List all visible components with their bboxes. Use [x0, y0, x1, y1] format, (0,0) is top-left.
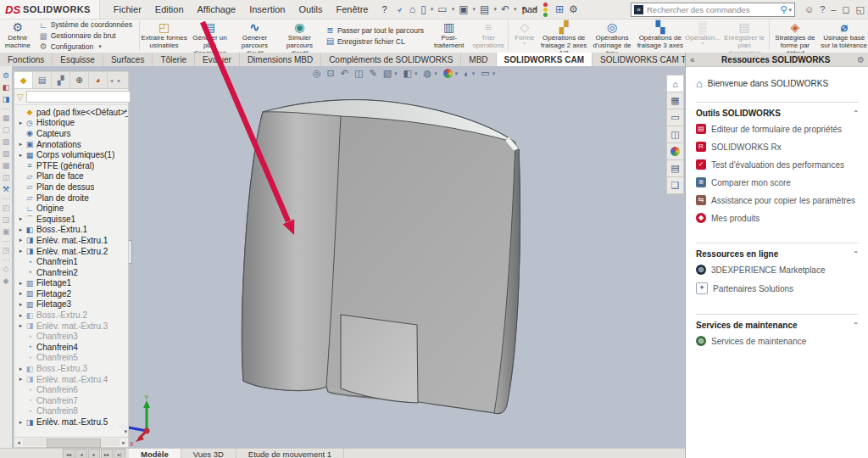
tab-scroll-left-icon[interactable]: ◂ — [108, 72, 115, 88]
coordinate-system-button[interactable]: Système de coordonnées — [38, 20, 136, 31]
expand-arrow-icon[interactable]: ▸ — [17, 366, 25, 372]
left-dock-icon[interactable]: ◇ — [3, 265, 9, 274]
tree-item[interactable]: Plan de droite — [14, 193, 128, 204]
expand-arrow-icon[interactable]: ▸ — [17, 226, 25, 233]
displaymanager-icon[interactable]: ◕ — [89, 72, 108, 88]
restore-icon[interactable]: ◱ — [856, 4, 865, 15]
expand-arrow-icon[interactable]: ▸ — [17, 301, 25, 308]
tree-item-suppressed[interactable]: ▸Enlèv. mat.-Extru.3 — [14, 321, 128, 332]
appearances-icon[interactable] — [666, 143, 684, 160]
task-pane-item[interactable]: ≋Comparer mon score — [696, 177, 859, 187]
tree-item-suppressed[interactable]: Chanfrein8 — [14, 406, 128, 417]
operation-button[interactable]: Opération... — [684, 19, 721, 53]
generate-operation-plan-button[interactable]: Générer un plan d'opération — [187, 19, 232, 53]
tree-item-suppressed[interactable]: ▸Boss.-Extru.2 — [14, 310, 128, 321]
pin-icon[interactable]: ➢ — [393, 3, 405, 15]
task-pane-item[interactable]: RSOLIDWORKS Rx — [696, 142, 859, 152]
tree-item[interactable]: ▸Boss.-Extru.1 — [14, 225, 128, 236]
menu-edition[interactable]: Edition — [148, 2, 191, 17]
design-library-icon[interactable]: ▦ — [666, 92, 684, 109]
tree-scroll-down-icon[interactable]: ▾ — [124, 428, 127, 435]
tree-item-suppressed[interactable]: Chanfrein5 — [14, 353, 128, 364]
left-dock-icon[interactable]: ◲ — [3, 215, 10, 225]
tree-horizontal-scrollbar[interactable]: ◂ ▸ — [14, 437, 128, 447]
view-orientation-icon[interactable]: ▧ — [383, 68, 392, 79]
tree-item[interactable]: ▸Filetage1 — [14, 278, 128, 289]
left-dock-icon[interactable]: ◧ — [3, 83, 10, 92]
configurationmanager-icon[interactable]: ▞ — [52, 72, 70, 88]
tree-item-suppressed[interactable]: Chanfrein6 — [14, 384, 128, 395]
new-document-icon[interactable]: ▯ — [419, 3, 428, 15]
display-style-icon[interactable]: ◧ — [403, 68, 412, 79]
tree-item[interactable]: PTFE (général) — [14, 160, 128, 171]
left-dock-icon[interactable]: ▧ — [3, 137, 10, 147]
expand-arrow-icon[interactable]: ▸ — [17, 120, 25, 126]
tolerance-based-machining-button[interactable]: Usinage basé sur la tolérance — [820, 19, 868, 53]
help-icon[interactable]: ? — [820, 4, 825, 14]
tree-item[interactable]: ▸Filetage3 — [14, 299, 128, 310]
task-pane-item[interactable]: ◍Services de maintenance — [696, 336, 859, 346]
expand-arrow-icon[interactable]: ▸ — [17, 290, 25, 297]
default-feature-strategies-button[interactable]: Stratégies de forme par défaut — [771, 19, 821, 53]
edit-appearance-icon[interactable] — [443, 69, 453, 78]
tree-item[interactable]: Chanfrein1 — [14, 256, 128, 267]
task-pane-item[interactable]: ⇆Assistance pour copier les paramètres — [696, 195, 859, 205]
tree-item[interactable]: Plan de face — [14, 171, 128, 182]
tree-item-suppressed[interactable]: Chanfrein3 — [14, 331, 128, 342]
left-dock-icon[interactable]: ◆ — [3, 276, 9, 286]
tree-item-suppressed[interactable]: Chanfrein7 — [14, 395, 128, 406]
menu-fichier[interactable]: Fichier — [107, 2, 148, 17]
maximize-icon[interactable]: ◻ — [842, 4, 849, 15]
custom-properties-icon[interactable]: ▤ — [666, 160, 684, 177]
tab-tolerie[interactable]: Tôlerie — [153, 53, 195, 66]
save-cl-file-button[interactable]: Enregistrer fichier CL — [325, 36, 426, 47]
tab-complements[interactable]: Compléments de SOLIDWORKS — [321, 53, 461, 66]
left-dock-icon[interactable]: ▢ — [3, 126, 10, 135]
feature-button[interactable]: Forme — [509, 19, 540, 53]
menu-insertion[interactable]: Insertion — [242, 2, 292, 17]
home-icon[interactable]: ⌂ — [408, 3, 417, 15]
previous-tab-icon[interactable]: ◂ — [75, 449, 87, 458]
scrollbar-track[interactable] — [23, 438, 120, 446]
chevron-down-icon[interactable]: ▾ — [452, 6, 455, 13]
left-dock-icon[interactable]: ◫ — [3, 173, 10, 182]
left-dock-icon[interactable]: ▣ — [3, 227, 10, 237]
chevron-down-icon[interactable]: ▾ — [394, 70, 398, 77]
first-tab-icon[interactable]: ◂◂ — [63, 449, 75, 458]
next-tab-icon[interactable]: ▸ — [88, 449, 100, 458]
mill-3axis-operations-button[interactable]: Opérations de fraisage 3 axes — [636, 19, 684, 53]
hide-show-items-icon[interactable]: ◍ — [424, 68, 432, 79]
tab-list-icon[interactable]: ▸| — [114, 449, 125, 458]
menu-help[interactable]: ? — [375, 2, 393, 17]
chevron-down-icon[interactable]: ▾ — [455, 70, 459, 77]
tab-scroll-right-icon[interactable]: ▸ — [115, 72, 123, 88]
left-dock-icon[interactable]: ◨ — [3, 95, 10, 104]
tab-solidworks-cam[interactable]: SOLIDWORKS CAM — [497, 53, 593, 66]
tab-esquisse[interactable]: Esquisse — [53, 53, 103, 66]
post-process-button[interactable]: Post-traitement — [428, 19, 470, 53]
chevron-down-icon[interactable]: ▾ — [431, 6, 434, 13]
define-machine-button[interactable]: Définir machine — [0, 19, 36, 53]
dimxpertmanager-icon[interactable]: ⊕ — [70, 72, 89, 88]
previous-view-icon[interactable]: ↶ — [341, 68, 348, 79]
scroll-right-icon[interactable]: ▸ — [120, 439, 128, 446]
sort-operations-button[interactable]: Trier opérations — [470, 19, 507, 53]
generate-toolpath-button[interactable]: Générer parcours d'outil — [232, 19, 277, 53]
expand-arrow-icon[interactable]: ▸ — [17, 376, 25, 383]
menu-outils[interactable]: Outils — [292, 2, 329, 17]
view-settings-icon[interactable]: ▭ — [481, 68, 489, 79]
save-icon[interactable]: ▣ — [457, 3, 470, 15]
tree-filter-input[interactable] — [26, 91, 131, 103]
tree-item[interactable]: ▸Annotations — [14, 139, 128, 150]
tree-item-suppressed[interactable]: ▸Enlèv. mat.-Extru.4 — [14, 374, 128, 385]
tab-modele[interactable]: Modèle — [129, 449, 181, 458]
sketch-annotation-icon[interactable]: ✎ — [369, 68, 376, 79]
tree-item[interactable]: ▸Historique — [14, 118, 128, 129]
left-dock-icon[interactable]: ▦ — [3, 114, 10, 123]
tab-etude-de-mouvement[interactable]: Etude de mouvement 1 — [236, 449, 344, 458]
expand-arrow-icon[interactable]: ▸ — [17, 248, 25, 254]
propertymanager-icon[interactable]: ▤ — [33, 72, 52, 88]
task-pane-item[interactable]: ◆Mes produits — [696, 213, 859, 223]
tree-item-root[interactable]: pad (pad fixe<<Défaut>_E — [14, 107, 128, 118]
tree-scroll-up-icon[interactable]: ▴ — [124, 107, 127, 114]
